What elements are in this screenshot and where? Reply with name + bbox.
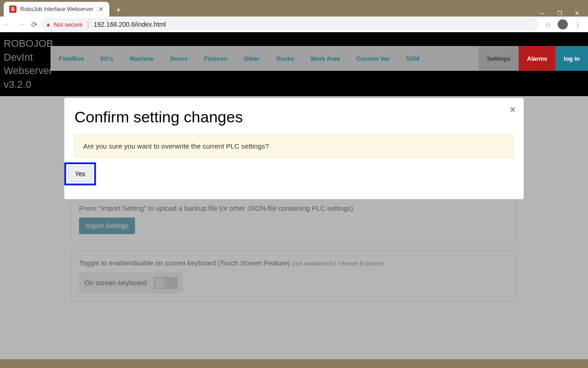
tab-close-icon[interactable]: ✕ <box>98 6 104 13</box>
tab-bar: R RoboJob Interface Webserver ✕ + — ❐ ✕ <box>0 0 588 17</box>
window-controls: — ❐ ✕ <box>537 10 588 17</box>
url-text: 192.168.200.6/index.html <box>94 21 166 28</box>
new-tab-button[interactable]: + <box>112 4 125 17</box>
nav-machine[interactable]: Machine <box>122 46 162 71</box>
header-row: ROBOJOB DevInt Webserver v3.2.0 FieldBus… <box>0 32 588 96</box>
nav-ios[interactable]: I/O's <box>92 46 122 71</box>
nav-doors[interactable]: Doors <box>162 46 196 71</box>
forward-icon[interactable]: → <box>17 20 25 29</box>
star-icon[interactable]: ☆ <box>545 20 551 29</box>
back-icon[interactable]: ← <box>4 20 11 29</box>
brand-line: v3.2.0 <box>4 78 45 92</box>
tab-title: RoboJob Interface Webserver <box>20 6 95 12</box>
modal-overlay: × Confirm setting changes Are you sure y… <box>0 96 588 359</box>
nav-icons: ← → ⟳ <box>4 20 37 29</box>
modal-close-icon[interactable]: × <box>510 104 515 115</box>
close-window-icon[interactable]: ✕ <box>572 10 582 17</box>
brand-line: ROBOJOB <box>4 37 45 51</box>
right-icons: ☆ ⋮ <box>542 19 584 29</box>
browser-tab[interactable]: R RoboJob Interface Webserver ✕ <box>4 2 109 17</box>
nav-racks[interactable]: Racks <box>268 46 302 71</box>
brand-line: DevInt <box>4 51 45 64</box>
brand-line: Webserver <box>4 64 45 78</box>
yes-highlight: Yes <box>64 162 96 185</box>
favicon-icon: R <box>9 6 17 13</box>
nav-settings[interactable]: Settings <box>479 46 519 71</box>
nav-fieldbus[interactable]: FieldBus <box>51 46 92 71</box>
profile-avatar-icon[interactable] <box>558 19 568 29</box>
nav-sdm[interactable]: SDM <box>398 46 428 71</box>
url-separator: | <box>87 20 89 29</box>
nav-alarms[interactable]: Alarms <box>519 46 555 71</box>
nav-fixtures[interactable]: Fixtures <box>196 46 236 71</box>
reload-icon[interactable]: ⟳ <box>31 20 37 29</box>
navbar: FieldBus I/O's Machine Doors Fixtures Ot… <box>51 46 588 71</box>
modal-alert: Are you sure you want to overwrite the c… <box>74 134 514 158</box>
url-box[interactable]: ▲Not secure | 192.168.200.6/index.html <box>41 18 538 31</box>
kebab-menu-icon[interactable]: ⋮ <box>574 20 582 29</box>
address-bar: ← → ⟳ ▲Not secure | 192.168.200.6/index.… <box>0 17 588 32</box>
modal-title: Confirm setting changes <box>74 108 514 126</box>
yes-button[interactable]: Yes <box>68 166 92 182</box>
confirm-modal: × Confirm setting changes Are you sure y… <box>64 98 524 199</box>
nav-login[interactable]: log in <box>555 46 588 71</box>
browser-chrome: R RoboJob Interface Webserver ✕ + — ❐ ✕ … <box>0 0 588 32</box>
not-secure-badge[interactable]: ▲Not secure <box>45 21 83 28</box>
nav-other[interactable]: Other <box>236 46 268 71</box>
maximize-icon[interactable]: ❐ <box>555 10 564 17</box>
nav-workarea[interactable]: Work Area <box>302 46 348 71</box>
content-area: Press "Import Setting" to upload a backu… <box>0 96 588 359</box>
warning-icon: ▲ <box>45 21 51 28</box>
page: ROBOJOB DevInt Webserver v3.2.0 FieldBus… <box>0 32 588 354</box>
nav-customvar[interactable]: Custom Var <box>348 46 398 71</box>
brand-block: ROBOJOB DevInt Webserver v3.2.0 <box>0 32 51 96</box>
minimize-icon[interactable]: — <box>537 10 547 17</box>
